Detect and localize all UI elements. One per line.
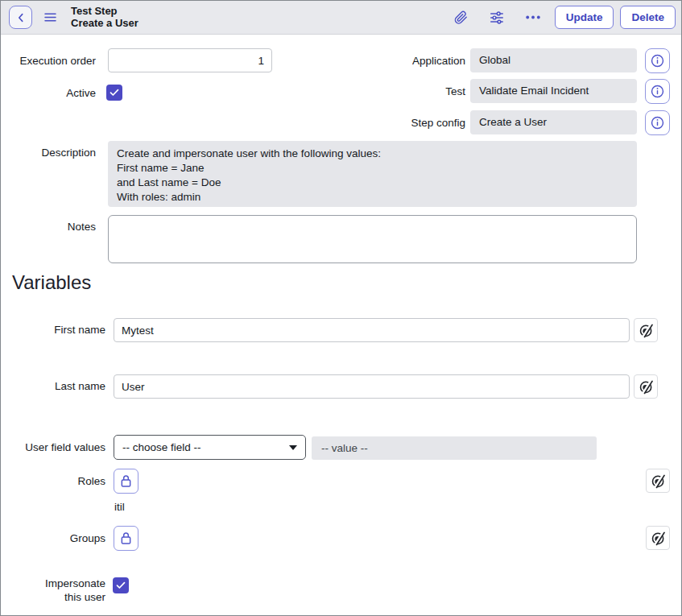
step-config-label: Step config: [339, 117, 465, 130]
lock-icon: [120, 474, 132, 488]
test-label: Test: [339, 85, 465, 98]
description-field: Create and impersonate user with the fol…: [108, 141, 637, 207]
record-type-label: Test Step: [71, 6, 138, 18]
user-field-value-placeholder: -- value --: [312, 436, 597, 460]
last-name-label: Last name: [1, 380, 105, 393]
data-pill-eye-off-icon: [639, 323, 654, 338]
user-field-select[interactable]: -- choose field --: [114, 435, 306, 460]
delete-button[interactable]: Delete: [620, 6, 676, 29]
last-name-input[interactable]: [114, 374, 630, 399]
check-icon: [116, 581, 126, 589]
check-icon: [110, 89, 119, 97]
groups-data-pill-button[interactable]: [646, 526, 670, 550]
execution-order-input[interactable]: [108, 48, 272, 72]
data-pill-eye-off-icon: [651, 531, 666, 546]
notes-textarea[interactable]: [108, 215, 637, 263]
roles-label: Roles: [1, 475, 105, 488]
application-field: Global: [470, 48, 637, 72]
impersonate-this-user-label: Impersonate this user: [1, 577, 105, 604]
user-field-values-label: User field values: [1, 441, 105, 454]
info-icon: [651, 85, 664, 98]
variables-heading: Variables: [12, 271, 91, 294]
first-name-input[interactable]: [114, 318, 630, 342]
roles-lock-button[interactable]: [114, 469, 138, 494]
active-checkbox[interactable]: [106, 85, 122, 101]
description-label: Description: [1, 147, 96, 159]
info-icon: [651, 116, 664, 130]
first-name-label: First name: [1, 324, 105, 337]
more-options-button[interactable]: [524, 14, 542, 21]
header-title: Test Step Create a User: [71, 6, 138, 29]
form-context-menu-button[interactable]: [44, 12, 56, 23]
application-info-button[interactable]: [645, 48, 670, 73]
roles-value: itil: [114, 501, 125, 513]
data-pill-eye-off-icon: [639, 379, 654, 395]
test-step-form-page: Test Step Create a User Update De: [0, 0, 682, 616]
ellipsis-icon: [526, 15, 540, 19]
back-button[interactable]: [9, 6, 32, 29]
test-info-button[interactable]: [645, 79, 670, 104]
paperclip-icon: [454, 10, 468, 25]
user-field-select-value: -- choose field --: [122, 441, 201, 453]
caret-down-icon: [289, 445, 297, 450]
step-config-info-button[interactable]: [645, 110, 670, 135]
test-field: Validate Email Incident: [470, 79, 637, 103]
record-name-label: Create a User: [71, 18, 138, 30]
roles-data-pill-button[interactable]: [646, 469, 670, 493]
impersonate-this-user-checkbox[interactable]: [113, 577, 129, 593]
groups-label: Groups: [1, 532, 105, 545]
info-icon: [651, 54, 664, 68]
data-pill-eye-off-icon: [651, 473, 666, 489]
active-label: Active: [1, 87, 96, 100]
lock-icon: [120, 531, 132, 545]
hamburger-icon: [44, 12, 56, 23]
execution-order-label: Execution order: [1, 55, 96, 68]
first-name-data-pill-button[interactable]: [634, 318, 658, 342]
step-config-field: Create a User: [470, 110, 637, 134]
update-button[interactable]: Update: [555, 6, 614, 29]
application-label: Application: [339, 55, 465, 68]
notes-label: Notes: [1, 221, 96, 234]
form-header: Test Step Create a User Update De: [1, 1, 681, 35]
last-name-data-pill-button[interactable]: [634, 374, 658, 399]
attachments-button[interactable]: [453, 9, 469, 27]
chevron-left-icon: [15, 12, 27, 23]
personalize-form-button[interactable]: [488, 10, 506, 26]
groups-lock-button[interactable]: [114, 526, 138, 551]
sliders-icon: [490, 11, 504, 24]
